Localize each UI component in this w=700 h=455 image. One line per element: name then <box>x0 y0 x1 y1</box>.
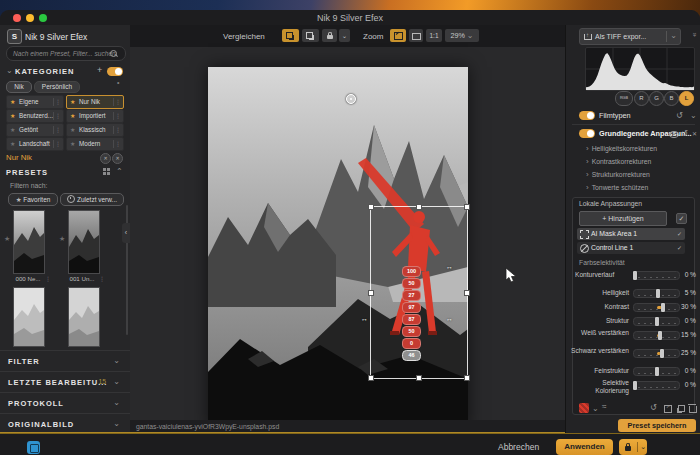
star-icon[interactable]: ★ <box>70 110 75 122</box>
close-icon[interactable]: ✕ <box>692 130 697 137</box>
compare-history-button[interactable] <box>282 29 299 42</box>
control-badge[interactable]: 97 <box>402 302 421 313</box>
slider-thumb[interactable] <box>656 289 660 298</box>
category-klassisch[interactable]: ★ Klassisch ⋮ <box>66 123 124 137</box>
kebab-icon[interactable]: ⋮ <box>55 96 61 108</box>
kebab-icon[interactable]: ⋮ <box>115 124 121 136</box>
grid-view-icon[interactable] <box>103 168 110 175</box>
export-box-icon[interactable] <box>664 405 672 413</box>
category-importiert[interactable]: ★ Importiert ⋮ <box>66 109 124 123</box>
slider-thumb[interactable] <box>660 349 664 358</box>
mask-view-icon[interactable] <box>579 403 589 413</box>
collapse-panel-icon[interactable]: « <box>689 32 698 36</box>
selection-handle[interactable] <box>368 375 374 381</box>
title-bar[interactable]: Nik 9 Silver Efex <box>0 10 700 26</box>
helligkeit-slider[interactable] <box>633 289 680 298</box>
kebab-icon[interactable]: ⋮ <box>115 110 121 122</box>
layer-ai-mask[interactable]: AI Mask Area 1 ✓ <box>577 228 685 240</box>
control-badge[interactable]: 50 <box>402 278 421 289</box>
chevron-down-icon[interactable]: ⌄ <box>670 32 677 40</box>
pill-options-dot-icon[interactable]: • <box>117 79 119 86</box>
kontrast-slider[interactable] <box>633 303 680 312</box>
close-filter-button[interactable]: ✕ <box>112 153 123 164</box>
star-icon[interactable]: ★ <box>70 138 75 150</box>
reset-icon[interactable]: ↺ <box>650 403 657 412</box>
category-eigene[interactable]: ★ Eigene ⋮ <box>6 95 64 109</box>
layer-control-line[interactable]: Control Line 1 ✓ <box>577 242 685 254</box>
slider-thumb[interactable] <box>661 303 665 312</box>
image-canvas[interactable]: 100 50 27 97 87 50 0 46 ↔ ↔ ↔ <box>130 47 565 420</box>
control-line-point[interactable] <box>346 94 356 104</box>
control-badge[interactable]: 46 <box>402 350 421 361</box>
structure-corrections-item[interactable]: ›Strukturkorrekturen <box>586 171 650 179</box>
filmtypen-toggle[interactable] <box>579 111 595 120</box>
preset-thumbnail[interactable] <box>68 210 100 274</box>
brightness-corrections-item[interactable]: ›Helligkeitskorrekturen <box>586 145 657 153</box>
channel-b-button[interactable]: B <box>664 91 679 106</box>
add-adjustment-button[interactable]: + Hinzufügen <box>579 211 667 226</box>
zoom-actual-size-button[interactable]: 1:1 <box>426 29 442 42</box>
trash-icon[interactable] <box>689 406 697 413</box>
star-icon[interactable]: ★ <box>10 96 15 108</box>
selection-handle[interactable] <box>464 290 470 296</box>
zoom-level-dropdown[interactable]: 29% ⌄ <box>445 29 479 42</box>
selektive-kolorierung-slider[interactable] <box>633 381 680 390</box>
category-nur-nik[interactable]: ★ Nur Nik ⋮ <box>66 95 124 109</box>
slider-thumb[interactable] <box>633 271 637 280</box>
preset-thumbnail[interactable] <box>68 287 100 347</box>
curve-tool-icon[interactable]: ≈ <box>602 402 606 411</box>
resize-arrow-icon[interactable]: ↔ <box>361 315 368 322</box>
star-icon[interactable]: ★ <box>70 124 75 136</box>
categories-toggle[interactable] <box>107 67 123 76</box>
save-preset-button[interactable]: Preset speichern <box>618 419 696 432</box>
cancel-button[interactable]: Abbrechen <box>498 442 539 452</box>
basic-adjustments-toggle[interactable] <box>579 129 595 138</box>
add-category-button[interactable]: + <box>97 65 102 75</box>
feinstruktur-slider[interactable] <box>633 367 680 376</box>
selection-handle[interactable] <box>464 375 470 381</box>
check-icon[interactable]: ✓ <box>677 228 682 240</box>
star-icon[interactable]: ★ <box>4 235 10 243</box>
apply-button[interactable]: Anwenden <box>556 439 613 455</box>
struktur-slider[interactable] <box>633 317 680 326</box>
filter-pill-personal[interactable]: Persönlich <box>34 81 80 93</box>
resize-arrow-icon[interactable]: ↔ <box>446 263 453 270</box>
kebab-icon[interactable]: ⋮ <box>115 96 121 108</box>
reset-icon[interactable]: ↺ <box>676 111 683 120</box>
star-icon[interactable]: ★ <box>70 96 75 108</box>
slider-thumb[interactable] <box>658 331 662 340</box>
apply-options-button[interactable]: ⌄ <box>619 439 647 455</box>
control-badge[interactable]: 50 <box>402 326 421 337</box>
selection-handle[interactable] <box>464 204 470 210</box>
selection-handle[interactable] <box>416 375 422 381</box>
schwarz-verstaerken-slider[interactable] <box>633 349 680 358</box>
slider-thumb[interactable] <box>655 367 659 376</box>
control-badge[interactable]: 27 <box>402 290 421 301</box>
contrast-corrections-item[interactable]: ›Kontrastkorrekturen <box>586 158 651 166</box>
preset-thumbnail[interactable] <box>13 210 45 274</box>
kebab-icon[interactable]: ⋮ <box>99 275 105 282</box>
channel-rgb-button[interactable]: RGB <box>615 91 633 106</box>
control-badge[interactable]: 0 <box>402 338 421 349</box>
chevron-up-icon[interactable]: ⌃ <box>116 168 123 176</box>
konturverlauf-slider[interactable] <box>633 271 680 280</box>
kebab-icon[interactable]: ⋮ <box>115 138 121 150</box>
resize-arrow-icon[interactable]: ↔ <box>446 315 453 322</box>
kebab-icon[interactable]: ⋮ <box>45 275 51 282</box>
channel-r-button[interactable]: R <box>634 91 649 106</box>
section-filter[interactable]: FILTER ⌄ <box>0 351 130 371</box>
section-protokoll[interactable]: PROTOKOLL ⌄ <box>0 393 130 413</box>
selection-handle[interactable] <box>416 204 422 210</box>
kebab-icon[interactable]: ⋮ <box>55 138 61 150</box>
kebab-icon[interactable]: ⋮ <box>55 124 61 136</box>
control-badge[interactable]: 100 <box>402 266 421 277</box>
filter-pill-nik[interactable]: Nik <box>6 81 32 93</box>
kebab-icon[interactable]: ⋮ <box>55 110 61 122</box>
slider-thumb[interactable] <box>633 381 637 390</box>
star-icon[interactable]: ★ <box>10 138 15 150</box>
lock-view-button[interactable] <box>322 29 337 42</box>
zoom-fill-button[interactable] <box>409 29 423 42</box>
selection-handle[interactable] <box>368 290 374 296</box>
selection-handle[interactable] <box>368 204 374 210</box>
photo[interactable]: 100 50 27 97 87 50 0 46 ↔ ↔ ↔ <box>208 67 468 428</box>
